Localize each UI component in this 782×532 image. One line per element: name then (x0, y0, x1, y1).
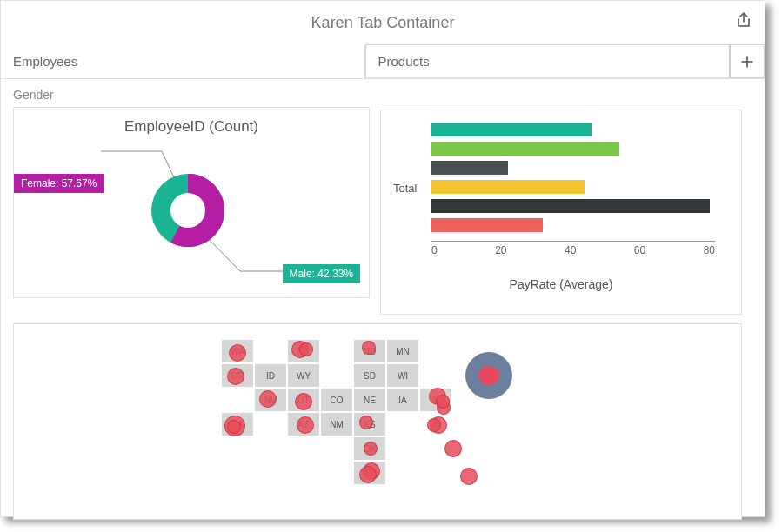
state-wy: WY (287, 363, 320, 388)
gender-donut-panel: EmployeeID (Count) (13, 107, 370, 298)
share-button[interactable] (735, 11, 752, 33)
tab-bar: Employees Products (1, 44, 765, 79)
bar-segment (431, 161, 508, 175)
bar-segment (431, 218, 543, 232)
bar-segment (431, 199, 710, 213)
gender-panel-wrapper: Gender EmployeeID (Count) (13, 88, 370, 315)
map-bubble (359, 466, 377, 483)
map-bubble (227, 368, 244, 385)
add-tab-button[interactable] (730, 44, 765, 78)
state-id: ID (254, 363, 287, 388)
header: Karen Tab Container (1, 1, 765, 44)
tab-label: Products (378, 54, 430, 69)
bar-segment (431, 142, 619, 156)
state-mn: MN (386, 339, 419, 363)
payrate-bar-panel: Total 0 20 40 60 80 PayRate (Average) (380, 110, 742, 315)
map-bubble (460, 468, 478, 485)
donut-chart: Female: 57.67% Male: 42.33% (14, 141, 369, 289)
donut-label-male: Male: 42.33% (283, 264, 360, 283)
us-map: WAMTNDMNORIDWYSDWINVUTCONEIAILCAAZNMKSOK… (221, 339, 534, 504)
bar-ylabel: Total (393, 182, 417, 195)
bars-group (431, 123, 710, 237)
gender-heading: Gender (13, 88, 370, 102)
map-bubble (362, 341, 376, 355)
state-sd: SD (353, 363, 386, 388)
bar-xlabel: PayRate (Average) (393, 277, 729, 291)
bar-segment (431, 180, 585, 194)
x-ticks: 0 20 40 60 80 (431, 244, 715, 256)
map-bubble (227, 420, 241, 434)
content-area: Gender EmployeeID (Count) (1, 79, 765, 529)
map-bubble (229, 344, 246, 362)
state-co: CO (320, 388, 353, 412)
map-bubble (299, 342, 313, 356)
plus-icon (740, 55, 754, 69)
tab-employees[interactable]: Employees (1, 44, 365, 78)
tick: 60 (634, 244, 645, 256)
tick: 20 (495, 244, 506, 256)
tick: 0 (431, 244, 438, 256)
map-bubble (444, 440, 462, 457)
page-title: Karen Tab Container (311, 14, 455, 32)
tab-products[interactable]: Products (365, 44, 731, 78)
state-ne: NE (353, 388, 386, 412)
svg-point-1 (170, 193, 205, 228)
x-axis (431, 241, 715, 242)
dashboard-container: Karen Tab Container Employees Products G… (0, 0, 765, 517)
donut-label-female: Female: 57.67% (14, 174, 104, 193)
state-nm: NM (320, 412, 353, 436)
donut-title: EmployeeID (Count) (14, 108, 369, 141)
state-wi: WI (386, 363, 419, 388)
bar-segment (431, 123, 592, 136)
tick: 80 (704, 244, 715, 256)
tick: 40 (565, 244, 576, 256)
tab-label: Employees (13, 54, 77, 69)
map-bubble (295, 393, 312, 410)
share-icon (735, 11, 752, 29)
us-map-panel: WAMTNDMNORIDWYSDWINVUTCONEIAILCAAZNMKSOK… (13, 323, 742, 520)
state-ia: IA (386, 388, 419, 412)
bar-chart: Total 0 20 40 60 80 (393, 119, 724, 276)
map-bubble-highlight (465, 352, 512, 399)
